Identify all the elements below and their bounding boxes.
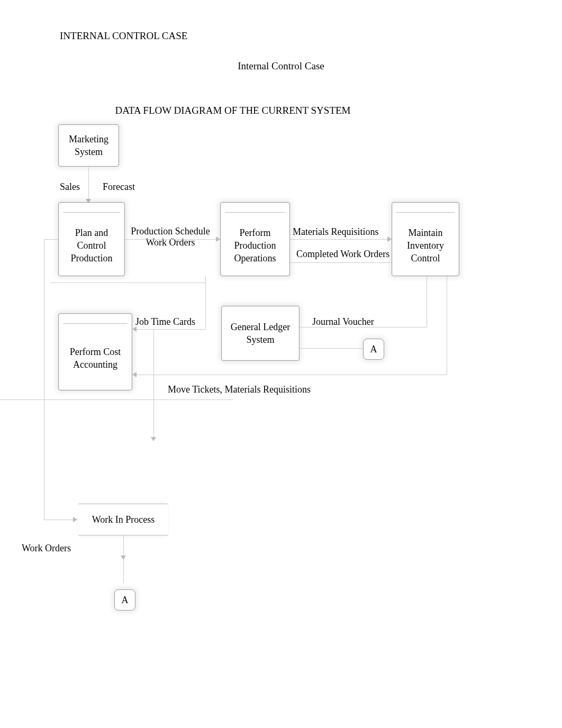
arrow-line [137, 329, 205, 330]
arrow-line [290, 239, 392, 240]
arrow-line [427, 276, 427, 327]
flow-label-sales: Sales [60, 181, 80, 193]
process-plan-control-production: Plan and Control Production [58, 202, 125, 276]
arrow-line [44, 239, 58, 240]
flow-label-completed-work-orders: Completed Work Orders [296, 249, 389, 260]
process-label: Maintain Inventory Control [395, 226, 456, 265]
arrow-line [50, 283, 205, 283]
arrow-head [151, 437, 156, 441]
flow-label-move-tickets: Move Tickets, Materials Requisitions [168, 384, 311, 395]
arrow-line [44, 520, 76, 520]
page-title: Internal Control Case [0, 60, 562, 72]
process-label: Perform Cost Accounting [62, 345, 129, 371]
datastore-work-in-process: Work In Process [78, 504, 168, 535]
process-label: Plan and Control Production [62, 226, 121, 265]
arrow-head [216, 236, 220, 242]
process-perform-cost-accounting: Perform Cost Accounting [58, 313, 132, 390]
arrow-head [387, 236, 392, 242]
arrow-line [205, 276, 206, 329]
connector-a-bottom: A [114, 589, 135, 611]
flow-label-work-orders: Work Orders [22, 543, 71, 554]
process-maintain-inventory-control: Maintain Inventory Control [392, 202, 459, 276]
arrow-line [447, 276, 447, 375]
arrow-line [88, 167, 89, 201]
entity-general-ledger-system: General Ledger System [221, 306, 300, 361]
arrow-line [300, 327, 427, 327]
flow-label-job-time-cards: Job Time Cards [135, 316, 195, 327]
page-header: INTERNAL CONTROL CASE [60, 30, 187, 42]
connector-a-top: A [363, 339, 384, 360]
arrow-line [0, 399, 233, 400]
arrow-head [121, 556, 126, 560]
process-perform-production-operations: Perform Production Operations [220, 202, 290, 276]
connector-label: A [122, 595, 129, 606]
arrow-line [44, 239, 44, 520]
entity-marketing-system: Marketing System [58, 124, 119, 167]
process-label: Perform Production Operations [224, 226, 286, 265]
arrow-head [73, 517, 77, 522]
connector-label: A [370, 344, 377, 355]
arrow-line [153, 329, 154, 440]
entity-label: Marketing System [62, 133, 115, 159]
section-title: DATA FLOW DIAGRAM OF THE CURRENT SYSTEM [0, 105, 466, 116]
datastore-label: Work In Process [92, 514, 155, 525]
arrow-line [300, 348, 363, 349]
flow-label-forecast: Forecast [103, 181, 135, 193]
arrow-head [132, 372, 137, 377]
arrow-line [290, 262, 392, 263]
entity-label: General Ledger System [225, 321, 296, 347]
flow-label-production-schedule: Production Schedule Work Orders [128, 226, 213, 248]
arrow-line [137, 375, 447, 375]
arrow-head [132, 326, 137, 332]
flow-label-materials-requisitions: Materials Requisitions [293, 226, 378, 238]
arrow-line [125, 239, 220, 240]
flow-label-journal-voucher: Journal Voucher [312, 316, 374, 327]
